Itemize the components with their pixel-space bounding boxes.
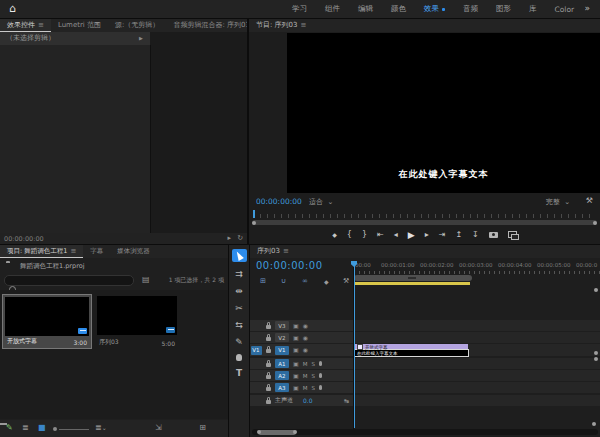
workspace-tab-audio[interactable]: 音频 — [454, 4, 487, 14]
step-forward-icon[interactable]: ▸ — [425, 230, 429, 239]
search-input[interactable] — [4, 275, 134, 286]
razor-tool[interactable]: ✂ — [235, 303, 243, 313]
scrollbar-handle-right[interactable] — [593, 221, 597, 225]
program-seek-ruler[interactable] — [253, 210, 596, 218]
nest-sequence-icon[interactable]: ⊞ — [260, 277, 266, 285]
track-target-a2[interactable]: A2 — [275, 371, 289, 380]
microphone-icon[interactable] — [319, 373, 322, 378]
sync-lock-icon[interactable]: ▣ — [293, 323, 299, 329]
eye-icon[interactable]: ◉ — [303, 335, 308, 341]
item-label[interactable]: 开放式字幕 — [7, 337, 37, 346]
scrollbar-handle-left[interactable] — [252, 221, 256, 225]
settings-wrench-icon[interactable]: ⚒ — [586, 196, 593, 205]
track-target-v3[interactable]: V3 — [275, 321, 289, 330]
workspace-overflow-button[interactable]: » — [584, 3, 590, 13]
track-target-a3[interactable]: A3 — [275, 383, 289, 392]
mark-in-icon[interactable]: { — [347, 230, 352, 239]
solo-button[interactable]: S — [311, 373, 315, 379]
mute-button[interactable]: M — [303, 373, 308, 379]
go-to-in-icon[interactable]: ⇤ — [377, 230, 384, 239]
scroll-handle[interactable] — [594, 288, 598, 292]
extract-icon[interactable]: ↧ — [472, 230, 479, 239]
icon-view-icon[interactable]: ■ — [38, 423, 46, 432]
hscroll-handle-left[interactable] — [257, 430, 261, 434]
microphone-icon[interactable] — [319, 361, 322, 366]
solo-button[interactable]: S — [311, 361, 315, 367]
track-content-a3[interactable] — [354, 382, 600, 393]
bin-view-icon[interactable]: ▤ — [142, 275, 150, 284]
panel-menu-icon[interactable]: ≡ — [70, 245, 76, 258]
go-to-out-icon[interactable]: ⇥ — [439, 230, 446, 239]
scroll-handle[interactable] — [594, 357, 598, 361]
sync-lock-icon[interactable]: ▣ — [293, 373, 299, 379]
tab-audio-clip-mixer[interactable]: 音频剪辑混合器: 序列03 — [166, 19, 247, 32]
panel-menu-icon[interactable]: ≡ — [301, 19, 307, 32]
project-root-name[interactable]: 舞蹈调色工程1.prproj — [20, 262, 84, 271]
expand-arrow-icon[interactable]: ▶ — [139, 32, 143, 45]
sort-icons-icon[interactable]: ≣⌄ — [95, 423, 107, 432]
eye-icon[interactable]: ◉ — [303, 323, 308, 329]
item-label[interactable]: 序列03 — [99, 338, 119, 347]
sync-lock-icon[interactable]: ▣ — [293, 385, 299, 391]
project-item-open-captions[interactable]: 开放式字幕 3:00 — [2, 294, 92, 349]
track-content-a1[interactable] — [354, 358, 600, 369]
workspace-tab-learn[interactable]: 学习 — [283, 4, 316, 14]
program-zoom-scrollbar[interactable] — [252, 220, 597, 225]
step-back-icon[interactable]: ◂ — [394, 230, 398, 239]
lock-icon[interactable] — [266, 375, 271, 379]
project-writable-icon[interactable]: ✎ — [6, 423, 13, 432]
timeline-hscrollbar-track[interactable] — [252, 429, 598, 435]
track-content-v3[interactable] — [354, 320, 600, 331]
slip-tool[interactable]: ⇆ — [235, 320, 243, 330]
eye-icon[interactable]: ◉ — [303, 347, 308, 353]
workspace-tab-editing[interactable]: 编辑 — [349, 4, 382, 14]
workspace-tab-effects[interactable]: 效果 — [415, 4, 454, 14]
work-area-grip[interactable] — [408, 277, 416, 279]
work-area-bar[interactable] — [354, 275, 472, 281]
tab-lumetri-scopes[interactable]: Lumetri 范围 — [51, 19, 108, 32]
play-button[interactable]: ▶ — [408, 230, 415, 240]
track-content-v1[interactable]: 开放式字幕 在此处键入字幕文本 — [354, 344, 600, 356]
track-content-v2[interactable] — [354, 332, 600, 343]
zoom-slider-handle[interactable] — [53, 427, 57, 431]
audio-fit-icon[interactable]: ↹ — [344, 397, 349, 404]
add-marker-icon[interactable]: ◆ — [324, 278, 329, 285]
track-content-a2[interactable] — [354, 370, 600, 381]
new-item-icon[interactable]: ⊞ — [199, 423, 206, 432]
mark-out-icon[interactable]: } — [362, 230, 367, 239]
hscroll-handle-right[interactable] — [293, 430, 297, 434]
track-target-a1[interactable]: A1 — [275, 359, 289, 368]
mute-button[interactable]: M — [303, 385, 308, 391]
lock-icon[interactable] — [266, 349, 271, 353]
project-item-sequence[interactable]: 序列03 5:00 — [95, 294, 179, 349]
hand-tool[interactable] — [236, 354, 242, 361]
tab-program-monitor[interactable]: 节目: 序列03≡ — [249, 19, 313, 32]
snap-icon[interactable]: ∪ — [281, 277, 286, 285]
export-frame-icon[interactable] — [489, 232, 498, 238]
program-timecode[interactable]: 00:00:00:00 — [256, 197, 302, 206]
tab-effect-controls[interactable]: 效果控件≡ — [0, 19, 51, 32]
lock-icon[interactable] — [266, 337, 271, 341]
lock-icon[interactable] — [266, 325, 271, 329]
scroll-handle[interactable] — [592, 422, 596, 426]
ripple-edit-tool[interactable]: ⇹ — [235, 286, 243, 296]
source-patch-v1[interactable]: V1 — [251, 346, 262, 355]
sync-lock-icon[interactable]: ▣ — [293, 347, 299, 353]
loop-icon[interactable]: ↻ — [237, 234, 243, 242]
add-marker-icon[interactable]: ◆ — [332, 231, 337, 238]
lock-icon[interactable] — [266, 400, 271, 404]
selection-tool[interactable] — [232, 249, 247, 262]
timeline-hscrollbar-thumb[interactable] — [258, 430, 296, 435]
lift-icon[interactable]: ↥ — [455, 230, 462, 239]
mute-button[interactable]: M — [303, 361, 308, 367]
type-tool[interactable]: T — [236, 368, 242, 378]
comparison-view-icon[interactable] — [508, 231, 517, 238]
track-select-forward-tool[interactable]: ⇉ — [235, 269, 243, 279]
zoom-slider-track[interactable] — [59, 429, 89, 430]
timeline-timecode[interactable]: 00:00:00:00 — [256, 260, 323, 271]
tab-source-monitor[interactable]: 源:（无剪辑） — [108, 19, 166, 32]
workspace-tab-graphics[interactable]: 图形 — [487, 4, 520, 14]
playback-resolution-select[interactable]: 完整 ⌄ — [546, 197, 570, 207]
workspace-tab-color[interactable]: 颜色 — [382, 4, 415, 14]
zoom-level-select[interactable]: 适合 ⌄ — [309, 197, 333, 207]
